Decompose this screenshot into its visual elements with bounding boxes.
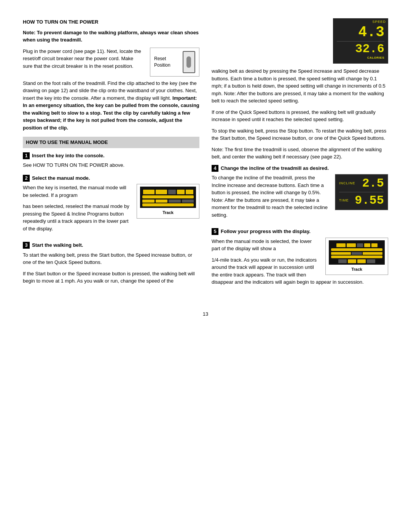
step3-title: Start the walking belt. (32, 241, 83, 249)
right-para4: Note: The first time the treadmill is us… (212, 146, 388, 161)
calories-value: 32.6 (355, 43, 384, 55)
step1-text: See HOW TO TURN ON THE POWER above. (23, 161, 199, 169)
reset-position-figure: Reset Position (150, 48, 199, 77)
incline-display-figure: INCLINE 2.5 TIME 9.55 (335, 174, 388, 210)
step1-block: 1 Insert the key into the console. See H… (23, 152, 199, 169)
track-display2-figure: Track (325, 238, 388, 275)
bold-note: Note: To prevent damage to the walking p… (23, 30, 199, 43)
how-to-turn-on-section: HOW TO TURN ON THE POWER Note: To preven… (23, 18, 199, 131)
left-column: HOW TO TURN ON THE POWER Note: To preven… (23, 18, 199, 295)
track-display-figure: Track (137, 184, 199, 219)
speed-value: 4.3 (358, 21, 384, 40)
page: HOW TO TURN ON THE POWER Note: To preven… (0, 0, 411, 532)
step2-num: 2 (23, 175, 30, 182)
step5-num: 5 (212, 228, 218, 235)
step3-para2: If the Start button or the Speed increas… (23, 270, 199, 285)
incline-display-value: 2.5 (362, 177, 384, 190)
step1-title: Insert the key into the console. (32, 152, 105, 160)
turn-on-heading: HOW TO TURN ON THE POWER (23, 18, 199, 26)
incline-display-label: INCLINE (339, 181, 355, 186)
step4-block: 4 Change the incline of the treadmill as… (212, 165, 388, 223)
calories-label: CALORIES (367, 56, 384, 60)
step2-track-label: Track (140, 209, 196, 216)
step2-block: 2 Select the manual mode. (23, 174, 199, 236)
speed-label: SPEED (372, 20, 386, 24)
right-para2: If one of the Quick Speed buttons is pre… (212, 109, 388, 123)
step5-title: Follow your progress with the display. (221, 228, 311, 235)
reset-icon (183, 51, 195, 73)
right-para1: walking belt as desired by pressing the … (212, 67, 388, 105)
step5-block: 5 Follow your progress with the display. (212, 228, 388, 290)
time-display-value: 9.55 (355, 195, 384, 207)
para2: Stand on the foot rails of the treadmill… (23, 80, 199, 132)
page-number: 13 (23, 310, 388, 318)
right-column: SPEED 4.3 32.6 CALORIES walking belt as … (212, 18, 388, 295)
manual-mode-heading: HOW TO USE THE MANUAL MODE (23, 137, 199, 148)
step3-para1: To start the walking belt, press the Sta… (23, 251, 199, 266)
step1-num: 1 (23, 152, 30, 159)
step5-track-label: Track (329, 266, 385, 273)
step3-block: 3 Start the walking belt. To start the w… (23, 241, 199, 285)
right-para3: To stop the walking belt, press the Stop… (212, 127, 388, 142)
time-display-label: TIME (339, 198, 349, 203)
step4-title: Change the incline of the treadmill as d… (221, 165, 329, 172)
step3-num: 3 (23, 242, 30, 249)
reset-label: Reset Position (154, 56, 170, 68)
speed-calories-display: SPEED 4.3 32.6 CALORIES (333, 18, 388, 64)
step4-num: 4 (212, 165, 218, 172)
step2-title: Select the manual mode. (32, 174, 90, 182)
